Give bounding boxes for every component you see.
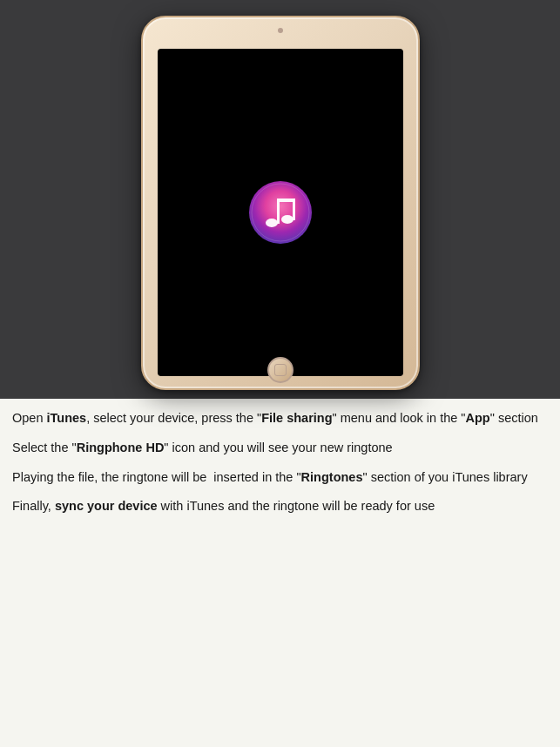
instructions-section: Open iTunes, select your device, press t… <box>0 399 560 747</box>
tablet-screen <box>158 49 403 376</box>
app-bold: App <box>466 411 490 425</box>
tablet-camera <box>278 28 283 33</box>
instruction-4: Finally, sync your device with iTunes an… <box>12 497 548 516</box>
tablet-section <box>0 0 560 399</box>
instruction-3: Playing the file, the ringtone will be i… <box>12 468 548 488</box>
svg-point-2 <box>266 219 278 227</box>
svg-rect-6 <box>277 199 295 202</box>
instruction-1: Open iTunes, select your device, press t… <box>12 409 548 428</box>
ringphone-bold: Ringphone HD <box>77 441 165 454</box>
svg-rect-4 <box>277 202 280 224</box>
sync-bold: sync your device <box>55 499 158 513</box>
itunes-icon <box>249 181 312 244</box>
svg-point-3 <box>281 215 293 224</box>
instruction-2: Select the "Ringphone HD" icon and you w… <box>12 439 548 458</box>
tablet-device <box>141 16 420 390</box>
file-sharing-bold: File sharing <box>261 411 332 425</box>
ringtones-bold: Ringtones <box>301 470 363 484</box>
tablet-home-button <box>267 357 293 383</box>
itunes-bold: iTunes <box>47 411 87 425</box>
tablet-home-inner <box>274 364 287 376</box>
tablet-body <box>141 16 420 390</box>
svg-point-0 <box>249 181 312 244</box>
